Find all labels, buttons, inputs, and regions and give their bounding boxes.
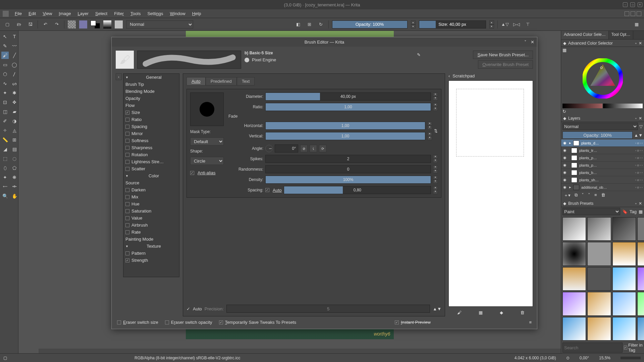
- preset-thumb[interactable]: [612, 242, 636, 265]
- measure-tool-icon[interactable]: 📏: [1, 136, 9, 143]
- menu-view[interactable]: View: [39, 10, 55, 17]
- visibility-icon[interactable]: ◉: [562, 178, 567, 182]
- opt-rate[interactable]: Rate: [123, 229, 179, 236]
- workspace-icon2[interactable]: [631, 11, 635, 16]
- tag-filter-select[interactable]: Paint: [562, 208, 620, 215]
- tag-icon[interactable]: 🔖: [622, 209, 628, 214]
- menu-select[interactable]: Select: [92, 10, 111, 17]
- angle-field[interactable]: 0°: [275, 144, 298, 153]
- scratchpad-brush-icon[interactable]: 🖌: [457, 310, 462, 315]
- open-doc-icon[interactable]: 🗁: [15, 20, 23, 28]
- visibility-icon[interactable]: ◉: [562, 170, 567, 175]
- freehand-select-icon[interactable]: ⬯: [1, 164, 9, 172]
- delete-layer-icon[interactable]: 🗑: [601, 192, 605, 198]
- tab-color-selector[interactable]: Advanced Color Sele…: [561, 31, 609, 39]
- window-close[interactable]: ✕: [638, 2, 642, 7]
- opt-rotation[interactable]: Rotation: [123, 151, 179, 158]
- opt-value[interactable]: Value: [123, 215, 179, 222]
- visibility-icon[interactable]: ◉: [562, 185, 567, 189]
- multi-brush-icon[interactable]: ✱: [11, 89, 18, 97]
- antialias-checkbox[interactable]: ✓: [190, 171, 194, 175]
- undo-icon[interactable]: ↶: [41, 20, 49, 28]
- text-tool-icon[interactable]: T: [11, 33, 18, 40]
- opt-opacity[interactable]: Opacity: [123, 95, 179, 102]
- bezier-tool-icon[interactable]: ∿: [1, 80, 9, 87]
- workspace-chooser-icon[interactable]: ▦: [633, 20, 641, 28]
- save-doc-icon[interactable]: 🖫: [26, 20, 34, 28]
- angle-dial[interactable]: [265, 145, 273, 152]
- precision-auto-checkbox[interactable]: ✓: [186, 306, 190, 311]
- mirror-v-icon[interactable]: ▷◁: [513, 20, 521, 28]
- menu-settings[interactable]: Settings: [144, 10, 166, 17]
- preset-thumb[interactable]: [562, 217, 586, 241]
- rotation-icon[interactable]: ⊙: [566, 356, 570, 360]
- layer-opacity-slider[interactable]: Opacity: 100%: [562, 131, 633, 139]
- shape-select[interactable]: Circle: [190, 157, 224, 165]
- visibility-icon[interactable]: ◉: [562, 156, 567, 160]
- color-profile[interactable]: RGB/Alpha (8-bit integer/channel) sRGB-e…: [135, 356, 240, 360]
- scratchpad-back-icon[interactable]: ‹: [448, 73, 450, 78]
- menu-filter[interactable]: Filter: [111, 10, 127, 17]
- polygon-tool-icon[interactable]: ⬡: [1, 70, 9, 78]
- layer-row[interactable]: ◉ plants_sh…▫ α ▫ ▫: [561, 176, 644, 184]
- menu-icon[interactable]: ≡: [529, 320, 532, 325]
- opt-painting-mode[interactable]: Painting Mode: [123, 236, 179, 243]
- preset-thumb[interactable]: [587, 217, 611, 241]
- rect-tool-icon[interactable]: ▭: [1, 61, 9, 68]
- close-icon[interactable]: ✕: [531, 40, 534, 45]
- opt-brush-tip[interactable]: Brush Tip: [123, 81, 179, 88]
- lock-icon[interactable]: ◆: [563, 116, 566, 121]
- layers-list[interactable]: ◉▸plants_d…▫ α ▫ ▫ ◉ plants_tr…▫ α ▫ ▫ ◉…: [561, 139, 644, 191]
- spikes-slider[interactable]: 2: [265, 155, 431, 163]
- opt-scatter[interactable]: Scatter: [123, 165, 179, 172]
- instant-preview-checkbox[interactable]: ✓: [395, 320, 399, 324]
- duplicate-layer-icon[interactable]: ⧉: [575, 192, 578, 198]
- tab-predefined[interactable]: Predefined: [206, 77, 237, 85]
- preset-thumb[interactable]: [562, 292, 586, 315]
- opt-lightness[interactable]: Lightness Stre…: [123, 158, 179, 165]
- move-tool-icon[interactable]: ↖: [1, 33, 9, 40]
- lock-icon[interactable]: ◆: [563, 41, 566, 46]
- preset-thumb[interactable]: [562, 317, 586, 341]
- preset-thumbnail[interactable]: 🖌: [116, 51, 134, 69]
- ratio-slider[interactable]: 1,00: [265, 103, 431, 111]
- reload-preset-icon[interactable]: ↻: [317, 20, 325, 28]
- assistant-tool-icon[interactable]: ◬: [11, 127, 18, 134]
- line-tool-icon[interactable]: ╱: [11, 52, 18, 59]
- opt-ratio[interactable]: Ratio: [123, 116, 179, 123]
- picker-tool-icon[interactable]: ✐: [1, 117, 9, 125]
- link-fade-icon[interactable]: ⇅: [434, 128, 438, 133]
- menu-help[interactable]: Help: [189, 10, 205, 17]
- layer-row[interactable]: ◉ plants_p…▫ α ▫ ▫: [561, 154, 644, 162]
- collapse-tree-button[interactable]: ‹: [116, 73, 122, 80]
- gradient-tool-icon[interactable]: ◢: [1, 145, 9, 153]
- opt-flow[interactable]: Flow: [123, 102, 179, 109]
- layer-row[interactable]: ◉ plants_p…▫ α ▫ ▫: [561, 162, 644, 169]
- opt-spacing[interactable]: Spacing: [123, 123, 179, 130]
- menu-file[interactable]: File: [11, 10, 25, 17]
- menu-window[interactable]: Window: [166, 10, 189, 17]
- mask-type-select[interactable]: Default: [190, 137, 224, 145]
- brush-tool-icon[interactable]: 🖌: [1, 52, 9, 59]
- scratchpad-canvas[interactable]: [448, 80, 533, 307]
- eraser-size-checkbox[interactable]: [117, 320, 121, 324]
- contig-select-icon[interactable]: ✦: [1, 174, 9, 181]
- ellipse-tool-icon[interactable]: ◯: [11, 61, 18, 68]
- dialog-titlebar[interactable]: Brush Editor — Krita ˅ ✕: [112, 37, 537, 47]
- scratchpad-clear-icon[interactable]: 🗑: [520, 310, 525, 315]
- visibility-icon[interactable]: ◉: [562, 148, 567, 153]
- angle-90-icon[interactable]: ⟳: [319, 145, 326, 152]
- poly-select-icon[interactable]: ⬠: [11, 164, 18, 172]
- preset-thumb[interactable]: [637, 292, 644, 315]
- smart-patch-icon[interactable]: ✧: [1, 127, 9, 134]
- collapse-icon[interactable]: ˅: [524, 40, 527, 45]
- save-preset-button[interactable]: Save New Brush Preset...: [473, 51, 533, 59]
- workspace-icon[interactable]: [625, 11, 629, 16]
- opt-pattern[interactable]: Pattern: [123, 250, 179, 257]
- magnetic-select-icon[interactable]: ⬲: [11, 183, 18, 190]
- color-swatch[interactable]: [79, 20, 87, 28]
- preset-thumb[interactable]: [637, 217, 644, 241]
- zoom-value[interactable]: 15,5%: [599, 356, 610, 360]
- ellipse-select-icon[interactable]: ◌: [11, 155, 18, 162]
- layer-row[interactable]: ◉ plants_b…▫ α ▫ ▫: [561, 169, 644, 176]
